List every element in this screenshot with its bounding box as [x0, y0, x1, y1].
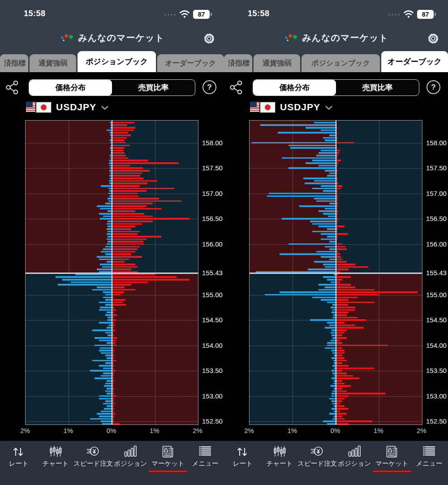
- logo-dot: [287, 39, 289, 41]
- sell-bar: [100, 264, 112, 265]
- distribution-chart-plot[interactable]: [25, 120, 198, 425]
- buy-bar: [112, 221, 153, 222]
- buy-bar: [336, 327, 364, 329]
- buy-bar: [112, 228, 131, 230]
- tab-order-book[interactable]: オーダーブック: [157, 54, 224, 72]
- sell-bar: [102, 423, 112, 425]
- buy-bar: [336, 261, 347, 263]
- sell-bar: [321, 238, 336, 240]
- buy-bar: [112, 286, 125, 288]
- sell-bar: [97, 413, 112, 415]
- buy-bar: [336, 142, 354, 144]
- logo-dot: [69, 35, 73, 39]
- sell-bar: [312, 223, 336, 225]
- percent-tick-label: 1%: [150, 427, 159, 434]
- buy-bar: [336, 352, 345, 354]
- pair-selector[interactable]: USDJPY: [250, 100, 333, 114]
- price-tick-label: 156.00: [202, 240, 224, 248]
- buy-bar: [112, 274, 155, 276]
- sell-bar: [282, 218, 336, 220]
- distribution-chart-plot[interactable]: [249, 120, 422, 425]
- status-time: 15:58: [24, 9, 46, 18]
- gear-icon[interactable]: [202, 31, 216, 46]
- sell-bar: [71, 281, 112, 283]
- tab-economic-indicators[interactable]: 済指標: [224, 54, 252, 72]
- percent-tick-label: 2%: [20, 427, 30, 434]
- buy-bar: [112, 294, 121, 296]
- sell-bar: [252, 142, 336, 144]
- tab-currency-strength[interactable]: 通貨強弱: [30, 54, 76, 72]
- sell-bar: [105, 362, 112, 364]
- menu-list-icon: [422, 444, 437, 459]
- cellular-dots-icon: [164, 14, 176, 16]
- nav-item-label: ポジション: [114, 459, 147, 468]
- buy-bar: [112, 216, 153, 217]
- nav-item-4[interactable]: マーケット: [370, 444, 414, 468]
- sell-bar: [92, 360, 112, 362]
- buy-bar: [336, 385, 351, 387]
- nav-item-3[interactable]: ポジション: [109, 444, 152, 468]
- toggle-buy-sell-ratio[interactable]: 売買比率: [112, 80, 195, 95]
- sell-bar: [105, 299, 112, 301]
- buy-bar: [112, 246, 140, 248]
- colored-dots-logo: [60, 32, 73, 43]
- app-root: 15:5887みんなのマーケット済指標通貨強弱ポジションブックオーダーブック価格…: [0, 0, 448, 485]
- phone-screen-0: 15:5887みんなのマーケット済指標通貨強弱ポジションブックオーダーブック価格…: [0, 0, 224, 485]
- nav-item-5[interactable]: メニュー: [184, 444, 224, 468]
- gear-icon[interactable]: [426, 31, 440, 46]
- tab-position-book[interactable]: ポジションブック: [78, 51, 156, 72]
- nav-item-1[interactable]: チャート: [34, 444, 77, 468]
- chevron-down-icon: [325, 105, 333, 110]
- buy-bar: [336, 281, 340, 283]
- sell-bar: [312, 188, 336, 190]
- nav-item-2[interactable]: スピード注文: [72, 444, 115, 468]
- toggle-price-distribution[interactable]: 価格分布: [253, 80, 336, 95]
- current-price-label: 155.43: [202, 269, 224, 277]
- buy-bar: [336, 420, 373, 422]
- help-button[interactable]: ?: [426, 80, 440, 94]
- toggle-price-distribution[interactable]: 価格分布: [29, 80, 112, 95]
- sell-bar: [325, 139, 336, 141]
- sell-bar: [99, 416, 112, 417]
- buy-bar: [336, 413, 347, 415]
- share-icon[interactable]: [4, 79, 21, 95]
- gear-glyph: [202, 31, 216, 46]
- sell-bar: [56, 276, 112, 278]
- buy-bar: [336, 355, 342, 356]
- sell-bar: [100, 307, 112, 308]
- sell-bar: [103, 368, 112, 369]
- nav-item-1[interactable]: チャート: [258, 444, 301, 468]
- nav-item-2[interactable]: スピード注文: [296, 444, 339, 468]
- tab-currency-strength[interactable]: 通貨強弱: [254, 54, 300, 72]
- percent-tick-label: 1%: [374, 427, 383, 434]
- logo-dot: [61, 36, 64, 39]
- toggle-buy-sell-ratio[interactable]: 売買比率: [336, 80, 419, 95]
- tab-economic-indicators[interactable]: 済指標: [0, 54, 28, 72]
- nav-item-label: チャート: [42, 459, 69, 468]
- pair-flags: [250, 102, 275, 113]
- share-icon[interactable]: [228, 79, 245, 95]
- tab-order-book[interactable]: オーダーブック: [381, 51, 448, 72]
- sell-bar: [95, 345, 112, 346]
- tab-position-book[interactable]: ポジションブック: [302, 54, 380, 72]
- sell-bar: [321, 130, 336, 131]
- buy-bar: [112, 134, 131, 136]
- position-bars-icon: [347, 444, 362, 459]
- buy-bar: [336, 246, 345, 248]
- buy-bar: [112, 299, 126, 301]
- percent-tick-label: 1%: [287, 427, 297, 434]
- price-tick-label: 156.50: [426, 215, 448, 222]
- sell-bar: [99, 259, 112, 260]
- buy-bar: [112, 233, 138, 235]
- buy-bar: [336, 150, 340, 152]
- sell-bar: [319, 289, 336, 291]
- buy-bar: [336, 372, 347, 374]
- nav-item-4[interactable]: マーケット: [146, 444, 190, 468]
- help-button[interactable]: ?: [202, 80, 216, 94]
- sell-bar: [101, 185, 112, 187]
- nav-item-5[interactable]: メニュー: [408, 444, 448, 468]
- buy-bar: [336, 314, 347, 316]
- jp-flag-icon: [260, 102, 275, 113]
- pair-selector[interactable]: USDJPY: [26, 100, 109, 114]
- nav-item-3[interactable]: ポジション: [333, 444, 376, 468]
